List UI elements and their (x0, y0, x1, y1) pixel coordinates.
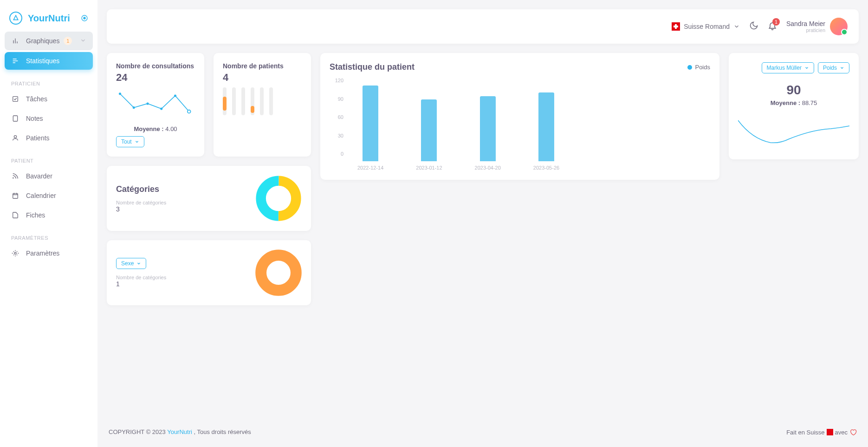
footer: COPYRIGHT © 2023 YourNutri , Tous droits… (107, 419, 859, 438)
sparkline-chart (738, 116, 849, 148)
nav-fiches[interactable]: Fiches (5, 206, 93, 224)
svg-point-12 (188, 110, 191, 113)
card-subtitle: Nombre de catégories (116, 275, 255, 280)
card-value: 4 (223, 72, 302, 84)
moon-icon (749, 21, 758, 30)
mini-bar-chart (223, 87, 302, 115)
patient-select[interactable]: Markus Müller (762, 62, 814, 73)
language-selector[interactable]: Suisse Romand (672, 22, 740, 31)
section-praticien: PRATICIEN (5, 72, 93, 90)
svg-point-6 (14, 252, 16, 254)
flag-ch-icon (672, 22, 680, 31)
nav-label: Patients (26, 134, 50, 142)
svg-point-11 (174, 94, 176, 97)
svg-point-8 (133, 106, 135, 109)
nav-graphiques[interactable]: Graphiques 1 (5, 32, 93, 50)
heart-icon (849, 428, 857, 436)
collapse-icon[interactable] (81, 14, 88, 22)
legend-dot-icon (687, 65, 692, 70)
svg-point-7 (119, 92, 121, 95)
metric-select[interactable]: Poids (818, 62, 849, 73)
user-menu[interactable]: Sandra Meier praticien (786, 18, 848, 35)
metric-value: 90 (738, 83, 849, 98)
footer-avec: avec (835, 429, 848, 436)
theme-toggle[interactable] (749, 21, 758, 32)
logo: YourNutri (5, 9, 93, 32)
file-icon (11, 211, 19, 219)
nav-label: Statistiques (26, 57, 59, 65)
footer-copyright: COPYRIGHT © 2023 (109, 428, 166, 435)
brand-name: YourNutri (28, 13, 70, 24)
donut-chart (255, 250, 302, 296)
svg-point-4 (14, 136, 16, 138)
card-consultations: Nombre de consultations 24 Moyenne : 4.0… (107, 53, 204, 157)
footer-made: Fait en Suisse (786, 429, 824, 436)
calendar-icon (11, 192, 19, 199)
chevron-down-icon (136, 261, 141, 266)
card-patient-stats: Statistique du patient Poids 120 90 60 3… (320, 53, 719, 180)
bar-chart-icon (11, 37, 19, 45)
chevron-down-icon (135, 139, 139, 144)
footer-brand-link[interactable]: YourNutri (167, 428, 192, 435)
nav-label: Notes (26, 115, 43, 122)
card-title: Nombre de consultations (116, 62, 195, 70)
card-value: 24 (116, 72, 195, 84)
card-categories: Catégories Nombre de catégories 3 (107, 166, 311, 231)
svg-rect-3 (13, 116, 17, 121)
nav-bavarder[interactable]: Bavarder (5, 167, 93, 185)
nav-parametres[interactable]: Paramètres (5, 244, 93, 262)
chevron-down-icon (840, 66, 844, 70)
topbar: Suisse Romand 1 Sandra Meier praticien (107, 9, 859, 44)
chevron-down-icon (80, 37, 86, 45)
card-title: Catégories (116, 184, 255, 194)
sidebar: YourNutri Graphiques 1 Statistiques PRAT… (0, 0, 97, 447)
card-subtitle: Nombre de catégories (116, 200, 255, 205)
user-name: Sandra Meier (786, 20, 825, 27)
donut-chart (255, 175, 302, 222)
card-patients: Nombre de patients 4 (214, 53, 311, 157)
flag-ch-icon (827, 429, 833, 435)
nav-label: Calendrier (26, 192, 56, 199)
brand-icon (9, 12, 22, 25)
filter-sexe-select[interactable]: Sexe (116, 258, 146, 269)
svg-point-10 (160, 108, 162, 110)
user-icon (11, 134, 19, 142)
nav-label: Graphiques (26, 37, 59, 45)
file-icon (11, 115, 19, 122)
gear-icon (11, 250, 19, 257)
nav-label: Bavarder (26, 172, 52, 180)
nav-statistiques[interactable]: Statistiques (5, 52, 93, 70)
nav-label: Paramètres (26, 250, 59, 257)
bar-chart: 120 90 60 30 0 2022-12-14 2023-01-12 202… (330, 78, 710, 171)
svg-rect-2 (13, 97, 18, 102)
card-patient-weight: Markus Müller Poids 90 Moyenne : 88.75 (729, 53, 859, 159)
rss-icon (11, 172, 19, 180)
section-parametres: PARAMÈTRES (5, 226, 93, 244)
nav-calendrier[interactable]: Calendrier (5, 187, 93, 204)
moyenne-text: Moyenne : 4.00 (116, 125, 195, 132)
user-role: praticien (786, 27, 825, 33)
card-sexe: Sexe Nombre de catégories 1 (107, 240, 311, 305)
svg-rect-5 (13, 193, 18, 198)
nav-label: Fiches (26, 211, 45, 219)
metric-moyenne: Moyenne : 88.75 (738, 99, 849, 106)
check-square-icon (11, 95, 19, 103)
sparkline-chart (116, 87, 195, 120)
nav-badge: 1 (64, 37, 72, 45)
nav-taches[interactable]: Tâches (5, 90, 93, 108)
card-value: 1 (116, 280, 255, 288)
section-patient: PATIENT (5, 149, 93, 167)
footer-rights: , Tous droits réservés (194, 428, 251, 435)
notifications-button[interactable]: 1 (768, 21, 777, 32)
nav-notes[interactable]: Notes (5, 110, 93, 127)
svg-point-9 (146, 102, 149, 105)
svg-point-15 (261, 255, 296, 290)
chevron-down-icon (804, 66, 809, 70)
notification-badge: 1 (772, 18, 780, 26)
chart-legend: Poids (687, 64, 710, 71)
chart-title: Statistique du patient (330, 62, 415, 72)
filter-tout-select[interactable]: Tout (116, 136, 144, 147)
chevron-down-icon (733, 23, 740, 30)
y-axis: 120 90 60 30 0 (330, 78, 343, 157)
nav-patients[interactable]: Patients (5, 129, 93, 147)
